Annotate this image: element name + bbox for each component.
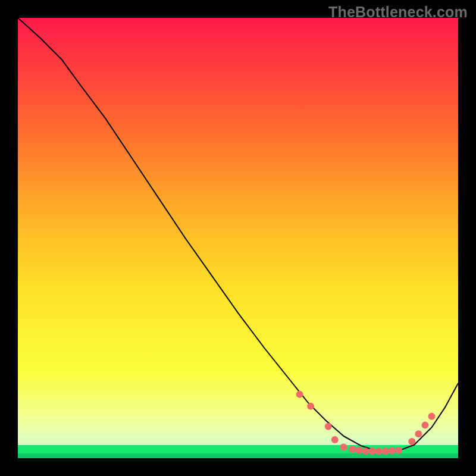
curve-marker	[356, 447, 363, 454]
curve-marker	[349, 446, 356, 453]
curve-marker	[362, 447, 369, 455]
curve-marker	[389, 447, 396, 454]
curve-marker	[408, 438, 415, 445]
curve-marker	[395, 447, 402, 454]
plot-area	[18, 18, 458, 458]
curve-marker	[428, 413, 436, 420]
curve-marker	[375, 447, 383, 455]
chart-svg	[18, 18, 458, 458]
curve-marker	[331, 436, 339, 443]
curve-marker	[415, 430, 422, 437]
gradient-background	[18, 18, 458, 458]
curve-marker	[422, 422, 429, 429]
curve-marker	[296, 391, 303, 398]
curve-marker	[307, 403, 314, 410]
chart-container: TheBottleneck.com	[0, 0, 476, 476]
curve-marker	[369, 447, 376, 455]
curve-marker	[382, 447, 389, 455]
watermark-text: TheBottleneck.com	[328, 4, 468, 21]
curve-marker	[340, 444, 347, 451]
curve-marker	[325, 423, 332, 430]
